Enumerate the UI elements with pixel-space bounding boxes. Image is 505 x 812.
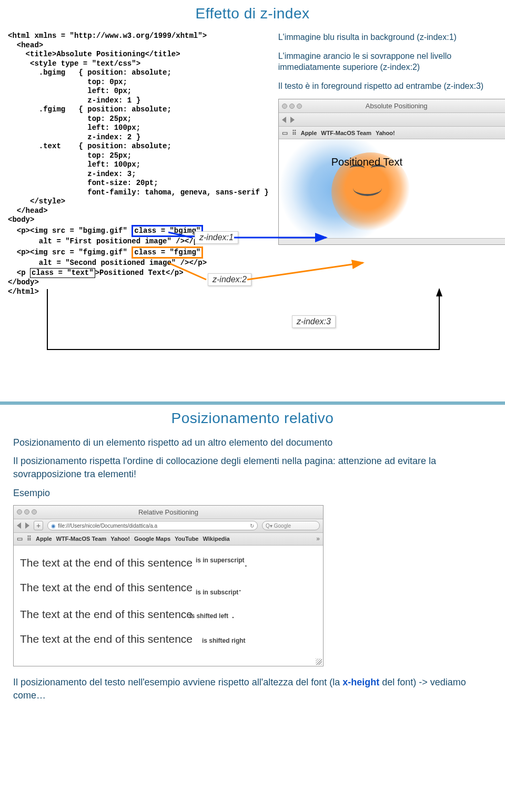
browser-relative-positioning: Relative Positioning + ◉file:///Users/ni… [13, 505, 324, 666]
forward-icon[interactable] [290, 117, 295, 123]
forward-icon[interactable] [25, 522, 29, 529]
back-icon[interactable] [282, 117, 286, 123]
slide2-line2: Il posizionamento rispetta l'ordine di c… [13, 455, 492, 481]
bookmark-item[interactable]: Wikipedia [203, 536, 229, 542]
bookmark-item[interactable]: Yahoo! [110, 536, 130, 542]
traffic-light-icons [17, 509, 37, 515]
sentence-subscript: The text at the end of this sentence is … [20, 580, 317, 597]
url-field[interactable]: ◉file:///Users/nicole/Documents/didattic… [47, 521, 258, 530]
bookmark-item[interactable]: WTF-MacOS Team [56, 536, 107, 542]
bookmark-item[interactable]: YouTube [175, 536, 198, 542]
search-field[interactable]: Q▾Google [262, 521, 320, 530]
slide1-title: Effetto di z-index [0, 0, 505, 32]
highlight-fgimg: class = "fgimg" [132, 246, 203, 259]
sentence-superscript: The text at the end of this sentence is … [20, 555, 317, 570]
scrollbar-horizontal[interactable] [279, 238, 505, 244]
sentence-shifted-right: The text at the end of this sentence is … [20, 631, 317, 646]
highlight-text: class = "text" [30, 268, 95, 279]
grid-icon[interactable]: ⠿ [27, 535, 32, 542]
zindex1-label: z-index:1 [195, 231, 238, 244]
zindex2-label: z-index:2 [208, 273, 251, 286]
xheight-term: x-height [342, 677, 379, 687]
browser-title: Relative Positioning [138, 508, 198, 516]
bookmark-item[interactable]: Google Maps [134, 536, 170, 542]
code-listing: <html xmlns = "http://www.w3.org/1999/xh… [8, 32, 269, 296]
desc-zindex2: L'immagine arancio le si sovrappone nel … [278, 50, 505, 73]
book-icon[interactable]: ▭ [17, 535, 23, 542]
resize-handle[interactable] [316, 659, 322, 665]
browser-body: The text at the end of this sentence is … [14, 546, 323, 666]
positioned-text: Positioned Text [331, 156, 402, 168]
arrow-black [29, 286, 460, 365]
add-button[interactable]: + [34, 521, 43, 530]
bookmark-item[interactable]: Apple [36, 536, 52, 542]
sentence-shifted-left: The text at the end of this sentenceis s… [20, 607, 317, 622]
slide2-footer: Il posizionamento del testo nell'esempio… [13, 676, 492, 702]
zindex3-label: z-index:3 [292, 315, 336, 328]
book-icon[interactable]: ▭ [282, 129, 288, 137]
bookmark-item[interactable]: WTF-MacOS Team [321, 130, 371, 136]
grid-icon[interactable]: ⠿ [292, 129, 297, 137]
slide2-title: Posizionamento relativo [0, 405, 505, 436]
highlight-bgimg: class = "bgimg" [132, 225, 203, 238]
traffic-light-icons [282, 104, 302, 109]
desc-zindex1: L'immagine blu risulta in background (z-… [278, 32, 505, 43]
slide2-line1: Posizionamento di un elemento rispetto a… [13, 436, 492, 449]
browser-title: Absolute Positioning [366, 102, 428, 110]
chevron-icon: » [316, 535, 320, 542]
bookmark-item[interactable]: Apple [301, 130, 317, 136]
browser-absolute-positioning: Absolute Positioning » ▭ ⠿ Apple WTF-Mac… [278, 99, 505, 245]
back-icon[interactable] [17, 522, 21, 529]
bookmark-item[interactable]: Yahoo! [376, 130, 395, 136]
esempio-label: Esempio [13, 487, 492, 500]
desc-zindex3: Il testo è in foreground rispetto ad ent… [278, 80, 505, 92]
